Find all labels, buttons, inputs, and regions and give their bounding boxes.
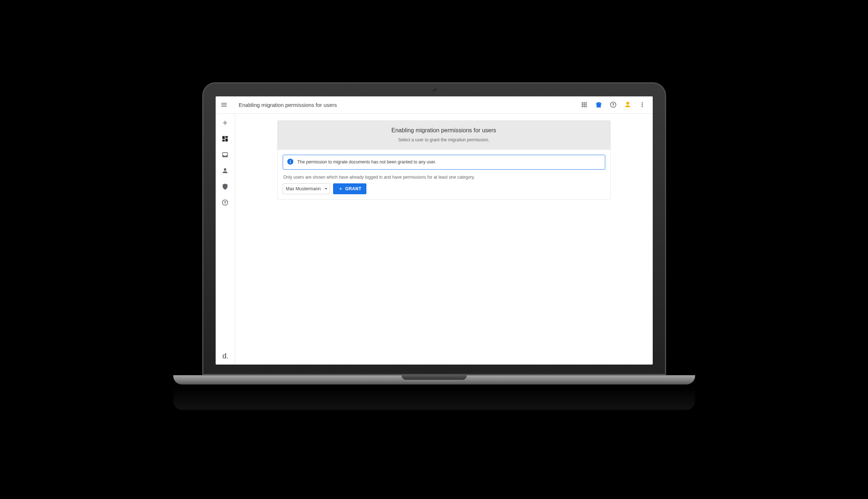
laptop-base	[173, 375, 695, 384]
rail-add-button[interactable]	[217, 115, 233, 130]
info-icon	[287, 158, 294, 166]
laptop-camera	[432, 88, 436, 91]
card-body: The permission to migrate documents has …	[278, 150, 610, 199]
main-content: Enabling migration permissions for users…	[235, 114, 653, 365]
hamburger-icon	[220, 101, 228, 108]
eligibility-note: Only users are shown which have already …	[283, 175, 605, 180]
laptop-bezel: Enabling migration permissions for users	[202, 82, 666, 375]
grant-controls: Max Mustermann GRANT	[283, 183, 605, 194]
help-outline-icon	[221, 199, 229, 206]
help-circle-icon	[610, 101, 617, 108]
info-message: The permission to migrate documents has …	[298, 159, 436, 165]
rail-users-button[interactable]	[217, 163, 233, 178]
grant-button-label: GRANT	[345, 186, 362, 191]
dashboard-icon	[221, 135, 229, 142]
apps-grid-icon	[581, 101, 588, 108]
laptop-mockup: Enabling migration permissions for users	[202, 82, 666, 417]
profile-button[interactable]	[621, 98, 635, 112]
overflow-menu-button[interactable]	[635, 98, 649, 112]
side-rail: d.	[216, 114, 235, 365]
shield-icon	[221, 183, 229, 190]
menu-button[interactable]	[217, 98, 231, 112]
info-banner: The permission to migrate documents has …	[283, 155, 605, 170]
topbar: Enabling migration permissions for users	[216, 96, 653, 114]
rail-help-button[interactable]	[217, 195, 233, 210]
help-button[interactable]	[606, 98, 620, 112]
user-select[interactable]: Max Mustermann	[283, 183, 330, 194]
card-heading: Enabling migration permissions for users	[285, 127, 603, 134]
topbar-actions	[577, 98, 649, 112]
whats-new-button[interactable]	[592, 98, 606, 112]
user-avatar-icon	[624, 101, 631, 108]
plus-icon	[221, 119, 229, 126]
plus-icon	[338, 186, 343, 191]
card-header: Enabling migration permissions for users…	[278, 121, 610, 150]
permissions-card: Enabling migration permissions for users…	[277, 120, 611, 200]
card-subheading: Select a user to grant the migration per…	[285, 137, 603, 142]
rail-inbox-button[interactable]	[217, 147, 233, 162]
page-title: Enabling migration permissions for users	[239, 102, 574, 108]
brand-mark: d.	[222, 352, 229, 365]
laptop-reflection	[173, 384, 695, 410]
more-vertical-icon	[639, 101, 646, 108]
inbox-icon	[221, 151, 229, 158]
app-body: d. Enabling migration permissions for us…	[216, 114, 653, 365]
person-icon	[221, 167, 229, 174]
grant-button[interactable]: GRANT	[333, 183, 367, 194]
gift-icon	[595, 101, 602, 108]
app-screen: Enabling migration permissions for users	[216, 96, 653, 365]
rail-dashboard-button[interactable]	[217, 131, 233, 146]
apps-button[interactable]	[577, 98, 591, 112]
rail-security-button[interactable]	[217, 179, 233, 194]
